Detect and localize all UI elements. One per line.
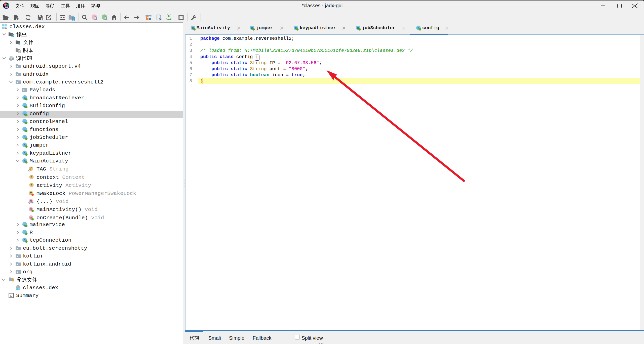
svg-text:f: f [30, 175, 32, 179]
svg-text:J: J [16, 288, 18, 290]
svg-text:DX: DX [5, 6, 9, 9]
svg-text:f: f [30, 183, 32, 187]
svg-text:JA: JA [4, 3, 7, 6]
